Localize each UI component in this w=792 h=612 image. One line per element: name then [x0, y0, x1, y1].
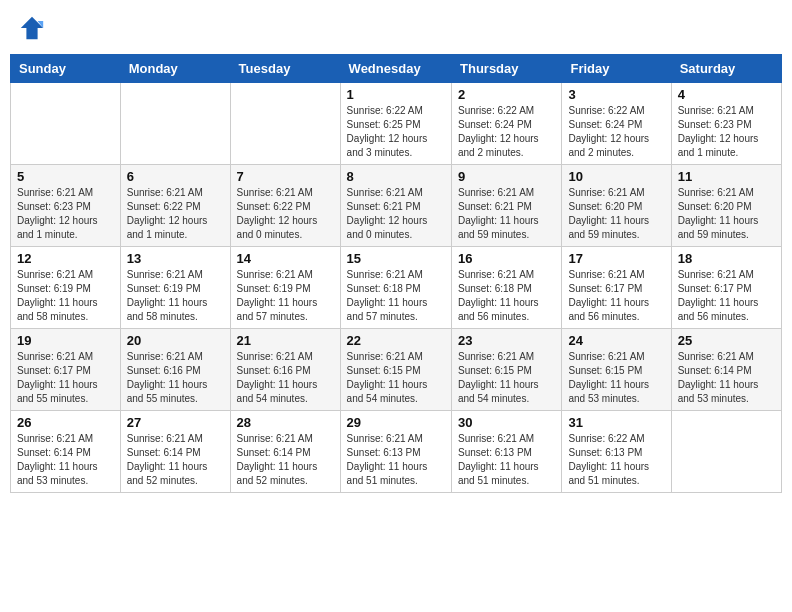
weekday-header-saturday: Saturday	[671, 55, 781, 83]
day-info: Sunrise: 6:22 AM Sunset: 6:24 PM Dayligh…	[568, 104, 664, 160]
day-info: Sunrise: 6:22 AM Sunset: 6:25 PM Dayligh…	[347, 104, 445, 160]
calendar-cell: 16Sunrise: 6:21 AM Sunset: 6:18 PM Dayli…	[452, 247, 562, 329]
day-info: Sunrise: 6:22 AM Sunset: 6:13 PM Dayligh…	[568, 432, 664, 488]
calendar-cell: 20Sunrise: 6:21 AM Sunset: 6:16 PM Dayli…	[120, 329, 230, 411]
day-number: 15	[347, 251, 445, 266]
day-number: 26	[17, 415, 114, 430]
day-info: Sunrise: 6:21 AM Sunset: 6:16 PM Dayligh…	[237, 350, 334, 406]
day-info: Sunrise: 6:21 AM Sunset: 6:22 PM Dayligh…	[127, 186, 224, 242]
calendar-cell: 29Sunrise: 6:21 AM Sunset: 6:13 PM Dayli…	[340, 411, 451, 493]
day-number: 29	[347, 415, 445, 430]
day-number: 3	[568, 87, 664, 102]
day-number: 8	[347, 169, 445, 184]
day-info: Sunrise: 6:21 AM Sunset: 6:20 PM Dayligh…	[678, 186, 775, 242]
day-number: 27	[127, 415, 224, 430]
calendar-cell: 12Sunrise: 6:21 AM Sunset: 6:19 PM Dayli…	[11, 247, 121, 329]
calendar-cell: 28Sunrise: 6:21 AM Sunset: 6:14 PM Dayli…	[230, 411, 340, 493]
week-row-2: 5Sunrise: 6:21 AM Sunset: 6:23 PM Daylig…	[11, 165, 782, 247]
day-info: Sunrise: 6:21 AM Sunset: 6:19 PM Dayligh…	[127, 268, 224, 324]
weekday-header-sunday: Sunday	[11, 55, 121, 83]
day-info: Sunrise: 6:21 AM Sunset: 6:23 PM Dayligh…	[17, 186, 114, 242]
calendar-cell: 15Sunrise: 6:21 AM Sunset: 6:18 PM Dayli…	[340, 247, 451, 329]
day-info: Sunrise: 6:21 AM Sunset: 6:18 PM Dayligh…	[347, 268, 445, 324]
day-number: 12	[17, 251, 114, 266]
day-number: 10	[568, 169, 664, 184]
calendar-cell: 21Sunrise: 6:21 AM Sunset: 6:16 PM Dayli…	[230, 329, 340, 411]
calendar-cell: 22Sunrise: 6:21 AM Sunset: 6:15 PM Dayli…	[340, 329, 451, 411]
calendar-cell: 30Sunrise: 6:21 AM Sunset: 6:13 PM Dayli…	[452, 411, 562, 493]
calendar-cell: 17Sunrise: 6:21 AM Sunset: 6:17 PM Dayli…	[562, 247, 671, 329]
day-info: Sunrise: 6:21 AM Sunset: 6:17 PM Dayligh…	[568, 268, 664, 324]
calendar-cell: 14Sunrise: 6:21 AM Sunset: 6:19 PM Dayli…	[230, 247, 340, 329]
calendar-cell: 6Sunrise: 6:21 AM Sunset: 6:22 PM Daylig…	[120, 165, 230, 247]
calendar-cell: 11Sunrise: 6:21 AM Sunset: 6:20 PM Dayli…	[671, 165, 781, 247]
calendar-cell: 5Sunrise: 6:21 AM Sunset: 6:23 PM Daylig…	[11, 165, 121, 247]
day-info: Sunrise: 6:21 AM Sunset: 6:17 PM Dayligh…	[17, 350, 114, 406]
day-number: 28	[237, 415, 334, 430]
weekday-header-tuesday: Tuesday	[230, 55, 340, 83]
calendar-cell: 26Sunrise: 6:21 AM Sunset: 6:14 PM Dayli…	[11, 411, 121, 493]
day-number: 18	[678, 251, 775, 266]
day-info: Sunrise: 6:21 AM Sunset: 6:14 PM Dayligh…	[17, 432, 114, 488]
calendar-cell	[230, 83, 340, 165]
calendar-cell: 1Sunrise: 6:22 AM Sunset: 6:25 PM Daylig…	[340, 83, 451, 165]
weekday-header-monday: Monday	[120, 55, 230, 83]
day-info: Sunrise: 6:21 AM Sunset: 6:17 PM Dayligh…	[678, 268, 775, 324]
day-info: Sunrise: 6:21 AM Sunset: 6:13 PM Dayligh…	[347, 432, 445, 488]
day-number: 19	[17, 333, 114, 348]
weekday-header-wednesday: Wednesday	[340, 55, 451, 83]
calendar-cell	[671, 411, 781, 493]
day-info: Sunrise: 6:21 AM Sunset: 6:22 PM Dayligh…	[237, 186, 334, 242]
day-number: 23	[458, 333, 555, 348]
day-number: 22	[347, 333, 445, 348]
day-number: 17	[568, 251, 664, 266]
week-row-1: 1Sunrise: 6:22 AM Sunset: 6:25 PM Daylig…	[11, 83, 782, 165]
day-info: Sunrise: 6:21 AM Sunset: 6:21 PM Dayligh…	[458, 186, 555, 242]
calendar-cell: 2Sunrise: 6:22 AM Sunset: 6:24 PM Daylig…	[452, 83, 562, 165]
calendar-cell: 10Sunrise: 6:21 AM Sunset: 6:20 PM Dayli…	[562, 165, 671, 247]
calendar-cell	[120, 83, 230, 165]
calendar-table: SundayMondayTuesdayWednesdayThursdayFrid…	[10, 54, 782, 493]
calendar-cell: 18Sunrise: 6:21 AM Sunset: 6:17 PM Dayli…	[671, 247, 781, 329]
day-info: Sunrise: 6:21 AM Sunset: 6:14 PM Dayligh…	[678, 350, 775, 406]
day-info: Sunrise: 6:21 AM Sunset: 6:19 PM Dayligh…	[237, 268, 334, 324]
week-row-4: 19Sunrise: 6:21 AM Sunset: 6:17 PM Dayli…	[11, 329, 782, 411]
day-info: Sunrise: 6:21 AM Sunset: 6:14 PM Dayligh…	[127, 432, 224, 488]
day-number: 31	[568, 415, 664, 430]
logo-icon	[18, 14, 46, 42]
day-number: 16	[458, 251, 555, 266]
calendar-cell: 3Sunrise: 6:22 AM Sunset: 6:24 PM Daylig…	[562, 83, 671, 165]
day-number: 11	[678, 169, 775, 184]
calendar-cell: 19Sunrise: 6:21 AM Sunset: 6:17 PM Dayli…	[11, 329, 121, 411]
calendar-cell: 4Sunrise: 6:21 AM Sunset: 6:23 PM Daylig…	[671, 83, 781, 165]
calendar-cell: 9Sunrise: 6:21 AM Sunset: 6:21 PM Daylig…	[452, 165, 562, 247]
day-number: 2	[458, 87, 555, 102]
week-row-5: 26Sunrise: 6:21 AM Sunset: 6:14 PM Dayli…	[11, 411, 782, 493]
calendar-cell: 27Sunrise: 6:21 AM Sunset: 6:14 PM Dayli…	[120, 411, 230, 493]
header	[10, 10, 782, 46]
day-number: 14	[237, 251, 334, 266]
calendar-cell: 24Sunrise: 6:21 AM Sunset: 6:15 PM Dayli…	[562, 329, 671, 411]
day-number: 9	[458, 169, 555, 184]
day-number: 7	[237, 169, 334, 184]
day-number: 25	[678, 333, 775, 348]
day-number: 13	[127, 251, 224, 266]
day-number: 4	[678, 87, 775, 102]
weekday-header-friday: Friday	[562, 55, 671, 83]
svg-marker-0	[21, 17, 43, 39]
day-info: Sunrise: 6:21 AM Sunset: 6:21 PM Dayligh…	[347, 186, 445, 242]
weekday-header-row: SundayMondayTuesdayWednesdayThursdayFrid…	[11, 55, 782, 83]
calendar-cell	[11, 83, 121, 165]
calendar-cell: 31Sunrise: 6:22 AM Sunset: 6:13 PM Dayli…	[562, 411, 671, 493]
calendar-cell: 23Sunrise: 6:21 AM Sunset: 6:15 PM Dayli…	[452, 329, 562, 411]
calendar-cell: 7Sunrise: 6:21 AM Sunset: 6:22 PM Daylig…	[230, 165, 340, 247]
day-number: 1	[347, 87, 445, 102]
day-info: Sunrise: 6:21 AM Sunset: 6:14 PM Dayligh…	[237, 432, 334, 488]
weekday-header-thursday: Thursday	[452, 55, 562, 83]
day-info: Sunrise: 6:22 AM Sunset: 6:24 PM Dayligh…	[458, 104, 555, 160]
day-number: 24	[568, 333, 664, 348]
calendar-cell: 25Sunrise: 6:21 AM Sunset: 6:14 PM Dayli…	[671, 329, 781, 411]
day-info: Sunrise: 6:21 AM Sunset: 6:15 PM Dayligh…	[458, 350, 555, 406]
day-info: Sunrise: 6:21 AM Sunset: 6:15 PM Dayligh…	[347, 350, 445, 406]
calendar-cell: 8Sunrise: 6:21 AM Sunset: 6:21 PM Daylig…	[340, 165, 451, 247]
